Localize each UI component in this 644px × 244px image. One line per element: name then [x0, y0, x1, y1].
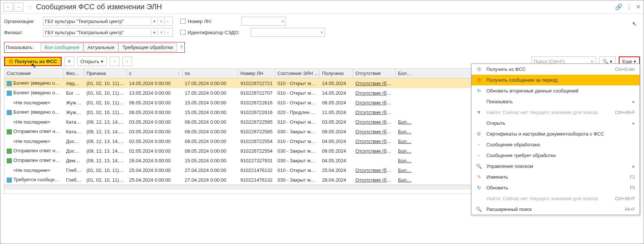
help-icon[interactable]: ? — [180, 45, 183, 50]
menu-open[interactable]: Открыть▸ — [472, 118, 640, 128]
check-icon: ▫ — [476, 142, 482, 147]
chevron-down-icon: ▾ — [101, 59, 104, 64]
show-label: Показывать: — [6, 45, 34, 50]
org-label: Организация: — [4, 19, 43, 24]
gear-icon: ⚙ — [476, 131, 482, 137]
menu-find-disabled-2: Найти: Сейчас нет текущего значения для … — [472, 193, 640, 204]
page-title: Сообщения ФСС об изменении ЭЛН — [36, 3, 615, 11]
doc-icon — [7, 129, 12, 134]
col-state[interactable]: Состояние — [4, 69, 64, 78]
close-icon[interactable]: ✕ — [636, 3, 641, 10]
num-ln-label: Номер ЛН: — [188, 19, 212, 24]
col-to[interactable]: по — [183, 69, 238, 78]
open-icon[interactable]: ▫ — [164, 19, 171, 24]
menu-advanced-search[interactable]: 🔍Расширенный поискAlt+F — [472, 204, 640, 215]
menu-get-fss[interactable]: ⦿Получить из ФССCtrl+Enter — [472, 64, 640, 75]
tab-actual[interactable]: Актуальные — [83, 43, 118, 52]
menu-update-secondary[interactable]: ↻Обновить вторичные данные сообщений — [472, 85, 640, 96]
refresh-icon: ↻ — [476, 88, 482, 94]
doc-icon — [7, 91, 12, 96]
processed-icon-button[interactable]: ▫ — [110, 56, 119, 66]
search-icon: 🔍 — [476, 206, 482, 212]
col-fiz[interactable]: Физ… — [64, 69, 84, 78]
pencil-icon: ✎ — [476, 174, 482, 180]
menu-show[interactable]: Показывать▸ — [472, 96, 640, 107]
chevron-right-icon: ▸ — [632, 99, 635, 104]
alert-icon: ▫ — [476, 153, 482, 158]
cursor-icon: ↖ — [632, 20, 637, 27]
show-tabs: Показывать: Все сообщения Актуальные Тре… — [4, 42, 185, 53]
doc-icon — [7, 149, 12, 154]
menu-edit[interactable]: ✎ИзменитьF2 — [472, 172, 640, 182]
sedo-checkbox[interactable] — [180, 30, 185, 35]
sort-asc-icon: ↑ — [178, 71, 180, 76]
nav-back-button[interactable]: ← — [3, 3, 13, 12]
menu-certs[interactable]: ⚙Сертификаты и настройки документооборот… — [472, 128, 640, 139]
kebab-icon[interactable]: ⋮ — [626, 3, 632, 10]
filter-icon-button[interactable]: ▼ — [65, 56, 74, 66]
titlebar: ← → ☆ Сообщения ФСС об изменении ЭЛН 🔗 ⋮… — [0, 0, 644, 14]
chevron-down-icon[interactable]: ▾ — [151, 30, 158, 35]
open-icon[interactable]: ▫ — [164, 30, 171, 35]
get-from-fss-button[interactable]: ⦿ Получить из ФСС ↖ — [4, 57, 62, 66]
needs-processing-icon-button[interactable]: ▫ — [122, 56, 132, 66]
branch-select[interactable]: ГБУ культуры "Театральный центр" ▾ × ▫ — [43, 28, 173, 37]
menu-find-disabled: ▼Найти: Сейчас нет текущего значения для… — [472, 107, 640, 118]
doc-icon — [7, 178, 12, 183]
col-reason[interactable]: Причина — [84, 69, 127, 78]
more-dropdown: ⦿Получить из ФССCtrl+Enter ⦿Получить соо… — [471, 64, 640, 215]
num-ln-input[interactable]: × — [242, 17, 286, 26]
clear-icon[interactable]: × — [320, 30, 323, 35]
col-absence[interactable]: Отсутствие — [353, 69, 396, 78]
broadcast-icon: ⦿ — [9, 59, 13, 64]
broadcast-icon: ⦿ — [476, 66, 482, 72]
open-button[interactable]: Открыть▾ — [77, 56, 107, 66]
num-ln-checkbox[interactable] — [180, 19, 185, 24]
col-received[interactable]: Получено — [320, 69, 353, 78]
nav-forward-button[interactable]: → — [14, 3, 23, 12]
doc-icon — [7, 110, 12, 115]
sedo-label: Идентификатор СЭДО: — [188, 30, 240, 35]
col-eln-state[interactable]: Состояние ЭЛН … — [275, 69, 320, 78]
doc-icon — [7, 158, 12, 163]
clear-icon[interactable]: × — [158, 19, 164, 24]
search-icon: 🔍 — [476, 163, 482, 169]
chevron-down-icon[interactable]: ▾ — [151, 19, 158, 24]
tab-all-messages[interactable]: Все сообщения — [40, 43, 83, 52]
chevron-right-icon: ▸ — [632, 163, 635, 169]
refresh-icon: ↻ — [476, 185, 482, 191]
favorite-icon[interactable]: ☆ — [27, 3, 33, 11]
filters-panel: Организация: ГБУ культуры "Театральный ц… — [0, 14, 644, 40]
menu-get-period[interactable]: ⦿Получить сообщения за период — [472, 75, 640, 85]
sedo-input[interactable]: × — [251, 28, 325, 37]
branch-label: Филиал: — [4, 30, 43, 35]
filter-icon: ▼ — [476, 110, 482, 115]
doc-icon — [7, 81, 12, 86]
chevron-right-icon: ▸ — [632, 120, 635, 126]
col-num[interactable]: Номер ЛН — [238, 69, 275, 78]
clear-icon[interactable]: × — [158, 30, 164, 35]
tab-needs-processing[interactable]: Требующие обработки — [118, 43, 177, 52]
menu-needs-processing[interactable]: ▫Сообщение требует обработки — [472, 150, 640, 161]
menu-processed[interactable]: ▫Сообщение обработано — [472, 139, 640, 150]
link-icon[interactable]: 🔗 — [615, 3, 622, 10]
menu-search-mgmt[interactable]: 🔍Управление поиском▸ — [472, 161, 640, 172]
menu-refresh[interactable]: ↻ОбновитьF5 — [472, 182, 640, 193]
clear-icon[interactable]: × — [282, 19, 285, 24]
col-from[interactable]: с↑ — [127, 69, 183, 78]
broadcast-icon: ⦿ — [476, 77, 482, 83]
org-select[interactable]: ГБУ культуры "Театральный центр" ▾ × ▫ — [43, 17, 173, 26]
